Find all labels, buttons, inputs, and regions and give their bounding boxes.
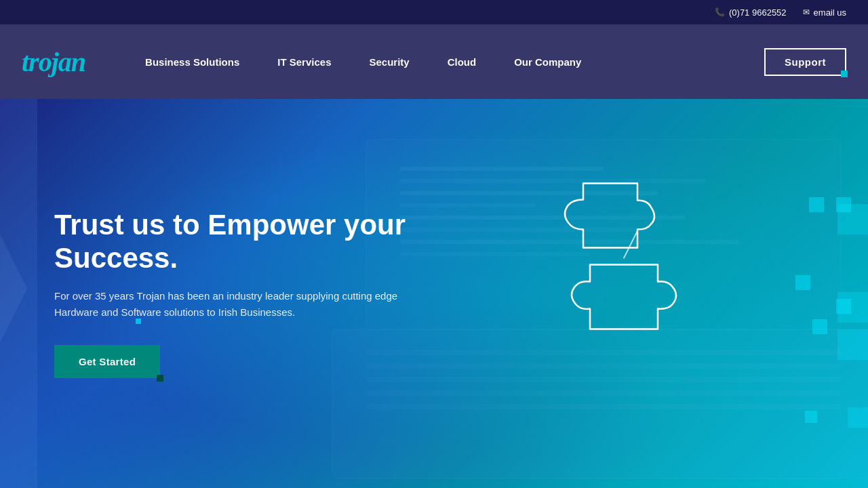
phone-link[interactable]: 📞 (0)71 9662552 [715,7,787,18]
get-started-button[interactable]: Get Started [54,345,160,378]
logo-text: trojan [22,47,85,77]
logo[interactable]: trojan [22,46,85,78]
support-button[interactable]: Support [764,48,846,76]
deco-squares-right [732,99,868,488]
phone-number: (0)71 9662552 [729,7,787,18]
hero-section: Trust us to Empower your Success. For ov… [0,99,868,488]
deco-square-small [136,319,141,324]
deco-sq-large-1 [837,204,868,235]
deco-sq-large-2 [837,292,868,323]
deco-sq-3 [795,275,810,290]
deco-sq-large-4 [848,407,868,428]
header: trojan Business Solutions IT Services Se… [0,24,868,99]
email-icon: ✉ [803,7,810,17]
deco-sq-large-3 [837,329,868,360]
phone-icon: 📞 [715,7,725,17]
svg-line-17 [624,231,637,258]
nav-item-it-services[interactable]: IT Services [258,56,350,68]
nav-item-business-solutions[interactable]: Business Solutions [126,56,258,68]
deco-sq-6 [805,411,817,423]
email-link[interactable]: ✉ email us [803,7,846,18]
hero-content: Trust us to Empower your Success. For ov… [0,209,461,378]
email-label: email us [814,7,846,18]
hero-subtext: For over 35 years Trojan has been an ind… [54,288,407,321]
nav-item-our-company[interactable]: Our Company [495,56,600,68]
nav-item-cloud[interactable]: Cloud [429,56,496,68]
hero-heading: Trust us to Empower your Success. [54,209,407,274]
puzzle-graphic [515,170,732,428]
deco-sq-5 [812,319,827,334]
main-nav: Business Solutions IT Services Security … [126,48,846,76]
nav-item-security[interactable]: Security [350,56,428,68]
top-bar: 📞 (0)71 9662552 ✉ email us [0,0,868,24]
deco-sq-1 [809,197,824,212]
